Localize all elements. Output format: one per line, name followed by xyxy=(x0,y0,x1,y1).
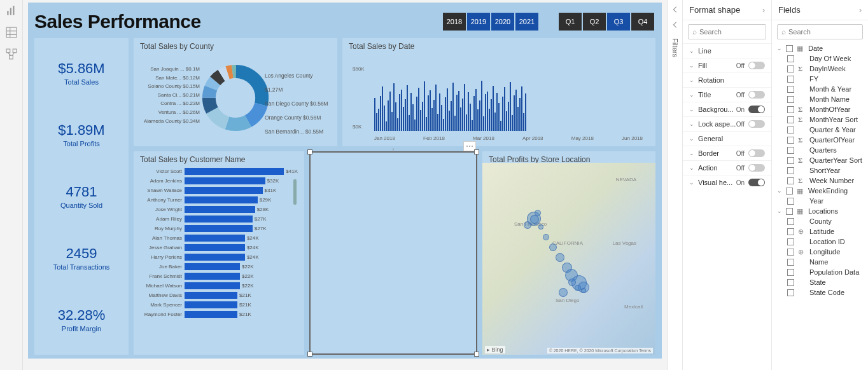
format-section[interactable]: ⌄ActionOff xyxy=(683,160,771,175)
date-chart-card[interactable]: Total Sales by Date $50K $0K Jan 2018Feb… xyxy=(342,38,655,146)
field-item[interactable]: ⊕Latitude xyxy=(772,226,868,236)
field-item[interactable]: Name xyxy=(772,257,868,267)
format-search[interactable]: ⌕ xyxy=(688,24,766,39)
field-item[interactable]: Year xyxy=(772,196,868,206)
checkbox[interactable] xyxy=(786,208,793,215)
model-view-icon[interactable] xyxy=(6,48,17,60)
kpi-card[interactable]: $5.86MTotal Sales$1.89MTotal Profits4781… xyxy=(34,38,129,355)
customer-chart-card[interactable]: Total Sales by Customer Name Victor Scot… xyxy=(134,151,304,355)
data-view-icon[interactable] xyxy=(6,27,17,38)
fields-search[interactable]: ⌕ xyxy=(777,24,863,39)
field-item[interactable]: ΣMonthYear Sort xyxy=(772,114,868,125)
resize-handle[interactable] xyxy=(307,149,312,154)
report-view-icon[interactable] xyxy=(6,5,17,17)
checkbox[interactable] xyxy=(787,55,794,62)
field-group[interactable]: ⌄▦Date xyxy=(772,43,868,53)
field-item[interactable]: Month & Year xyxy=(772,84,868,94)
field-item[interactable]: Quarter & Year xyxy=(772,125,868,135)
format-section[interactable]: ⌄Line xyxy=(683,43,771,58)
checkbox[interactable] xyxy=(786,188,793,195)
year-slicer[interactable]: 2018201920202021 xyxy=(443,13,540,31)
scrollbar[interactable] xyxy=(293,179,297,205)
checkbox[interactable] xyxy=(787,86,794,93)
format-section[interactable]: ⌄BorderOff xyxy=(683,146,771,160)
filters-collapse-icon[interactable] xyxy=(671,20,680,29)
field-item[interactable]: ΣQuarterYear Sort xyxy=(772,155,868,165)
checkbox[interactable] xyxy=(787,249,794,256)
panel-header[interactable]: Fields › xyxy=(772,0,868,20)
year-pill[interactable]: 2021 xyxy=(515,13,538,31)
field-item[interactable]: Population Data xyxy=(772,267,868,277)
format-section[interactable]: ⌄Rotation xyxy=(683,72,771,87)
field-group[interactable]: ⌄▦WeekEnding xyxy=(772,186,868,196)
checkbox[interactable] xyxy=(787,228,794,235)
checkbox[interactable] xyxy=(787,106,794,113)
filters-pane-label[interactable]: Filters xyxy=(671,38,679,57)
county-chart-card[interactable]: Total Sales by County San Joaquin ... $0… xyxy=(134,38,337,146)
format-section[interactable]: ⌄Lock aspe...Off xyxy=(683,116,771,131)
checkbox[interactable] xyxy=(787,137,794,144)
field-item[interactable]: ΣDayInWeek xyxy=(772,64,868,74)
toggle[interactable] xyxy=(748,91,765,99)
checkbox[interactable] xyxy=(787,269,794,276)
field-item[interactable]: Location ID xyxy=(772,236,868,247)
toggle[interactable] xyxy=(748,179,765,186)
quarter-pill[interactable]: Q2 xyxy=(583,13,606,31)
checkbox[interactable] xyxy=(787,65,794,72)
checkbox[interactable] xyxy=(787,259,794,266)
checkbox[interactable] xyxy=(787,147,794,154)
field-item[interactable]: Quarters xyxy=(772,145,868,155)
quarter-pill[interactable]: Q3 xyxy=(607,13,630,31)
format-section[interactable]: ⌄General xyxy=(683,131,771,146)
field-item[interactable]: ShortYear xyxy=(772,165,868,175)
toggle[interactable] xyxy=(748,120,765,128)
checkbox[interactable] xyxy=(787,177,794,184)
field-group[interactable]: ⌄▦Locations xyxy=(772,206,868,216)
checkbox[interactable] xyxy=(787,167,794,174)
resize-handle[interactable] xyxy=(474,149,479,154)
field-item[interactable]: Day Of Week xyxy=(772,53,868,64)
quarter-pill[interactable]: Q4 xyxy=(631,13,654,31)
year-pill[interactable]: 2020 xyxy=(491,13,514,31)
field-item[interactable]: State xyxy=(772,277,868,287)
field-item[interactable]: ⊕Longitude xyxy=(772,247,868,257)
visualizations-collapse-icon[interactable] xyxy=(671,5,680,14)
format-section[interactable]: ⌄Visual he...On xyxy=(683,175,771,189)
checkbox[interactable] xyxy=(787,279,794,286)
checkbox[interactable] xyxy=(787,289,794,296)
checkbox[interactable] xyxy=(787,127,794,134)
selected-shape[interactable]: ⋯ ↕ xyxy=(309,151,477,355)
format-section[interactable]: ⌄Backgrou...On xyxy=(683,102,771,116)
checkbox[interactable] xyxy=(786,45,793,52)
year-pill[interactable]: 2018 xyxy=(443,13,466,31)
resize-handle[interactable] xyxy=(474,352,479,357)
checkbox[interactable] xyxy=(787,157,794,164)
search-input[interactable] xyxy=(788,28,868,36)
toggle[interactable] xyxy=(748,164,765,172)
report-canvas[interactable]: Sales Performance 2018201920202021 Q1Q2Q… xyxy=(28,3,662,359)
toggle[interactable] xyxy=(748,106,765,113)
format-section[interactable]: ⌄FillOff xyxy=(683,58,771,72)
quarter-pill[interactable]: Q1 xyxy=(559,13,582,31)
field-item[interactable]: County xyxy=(772,216,868,226)
resize-handle[interactable] xyxy=(307,352,312,357)
field-item[interactable]: ΣQuarterOfYear xyxy=(772,135,868,145)
panel-header[interactable]: Format shape › xyxy=(683,0,771,20)
checkbox[interactable] xyxy=(787,238,794,245)
map-card[interactable]: Total Profits by Store Location NEVADA C… xyxy=(482,151,655,355)
field-item[interactable]: Month Name xyxy=(772,94,868,104)
year-pill[interactable]: 2019 xyxy=(467,13,490,31)
checkbox[interactable] xyxy=(787,198,794,205)
checkbox[interactable] xyxy=(787,116,794,123)
checkbox[interactable] xyxy=(787,218,794,225)
field-item[interactable]: FY xyxy=(772,74,868,84)
toggle[interactable] xyxy=(748,149,765,157)
field-item[interactable]: ΣMonthOfYear xyxy=(772,104,868,114)
move-handle-icon[interactable]: ↕ xyxy=(392,146,395,153)
checkbox[interactable] xyxy=(787,96,794,103)
chevron-right-icon[interactable]: › xyxy=(762,6,765,15)
field-item[interactable]: State Code xyxy=(772,287,868,298)
quarter-slicer[interactable]: Q1Q2Q3Q4 xyxy=(559,13,655,31)
field-item[interactable]: ΣWeek Number xyxy=(772,175,868,186)
checkbox[interactable] xyxy=(787,76,794,83)
